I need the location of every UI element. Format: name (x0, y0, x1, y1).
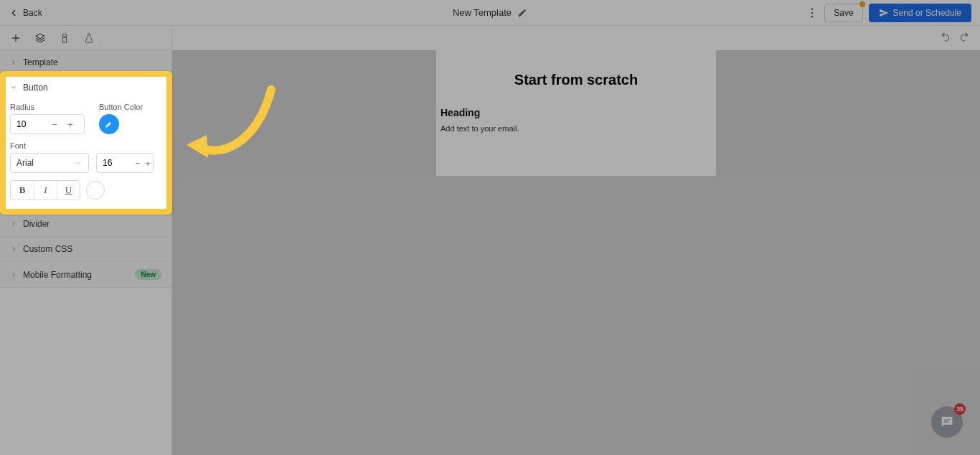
canvas-heading: Heading (440, 107, 712, 118)
button-color-label: Button Color (99, 103, 143, 111)
topbar-actions: Save Send or Schedule (806, 4, 971, 22)
text-format-row: B I U (10, 180, 161, 200)
radius-input[interactable] (11, 119, 47, 129)
main-area: Template Button Radius − (0, 26, 980, 455)
font-field: Font Arial − + (10, 141, 161, 173)
panel-custom-css[interactable]: Custom CSS (0, 237, 171, 262)
font-size-increment[interactable]: + (143, 154, 153, 172)
canvas-body-text: Add text to your email. (440, 124, 712, 133)
canvas-title: Start from scratch (436, 72, 716, 88)
chevron-right-icon (10, 271, 17, 278)
save-label: Save (834, 8, 853, 18)
chat-icon (939, 414, 955, 430)
svg-point-2 (811, 16, 813, 17)
panel-custom-css-label: Custom CSS (23, 244, 72, 254)
radius-label: Radius (10, 103, 85, 111)
radius-decrement[interactable]: − (47, 115, 62, 133)
svg-point-0 (811, 8, 813, 9)
panel-template[interactable]: Template (0, 50, 171, 75)
highlight-wrap: Button Radius − + Button (0, 75, 171, 212)
flask-icon[interactable] (83, 32, 95, 44)
svg-point-1 (811, 11, 813, 13)
edit-icon (517, 8, 527, 18)
tool-row (0, 26, 171, 50)
unsaved-indicator-icon (859, 1, 865, 7)
send-or-schedule-button[interactable]: Send or Schedule (869, 4, 971, 22)
layers-icon[interactable] (34, 32, 46, 44)
font-size-decrement[interactable]: − (133, 154, 143, 172)
design-icon[interactable] (59, 32, 70, 44)
save-button[interactable]: Save (824, 4, 862, 22)
font-size-input-wrap: − + (96, 153, 154, 173)
email-canvas[interactable]: Start from scratch Heading Add text to y… (436, 50, 716, 176)
chevron-down-icon (75, 159, 83, 166)
canvas-wrap: Start from scratch Heading Add text to y… (172, 26, 980, 455)
history-controls (940, 30, 970, 42)
panel-button-body: Radius − + Button Color (0, 100, 171, 207)
add-icon[interactable] (10, 32, 22, 44)
send-icon (879, 8, 889, 18)
bold-button[interactable]: B (11, 181, 34, 200)
panel-divider-label: Divider (23, 219, 50, 229)
panel-button-label: Button (23, 83, 48, 93)
chevron-right-icon (10, 59, 17, 66)
chevron-down-icon (10, 84, 17, 91)
text-color-swatch[interactable] (86, 181, 105, 200)
template-title-wrap[interactable]: New Template (453, 7, 527, 18)
panel-button-header[interactable]: Button (0, 75, 171, 100)
italic-button[interactable]: I (34, 181, 57, 200)
text-style-segment: B I U (10, 180, 80, 200)
back-button[interactable]: Back (9, 8, 42, 18)
radius-input-wrap: − + (10, 114, 85, 134)
chat-badge: 35 (954, 403, 966, 415)
back-label: Back (23, 8, 42, 18)
panel-mobile-formatting[interactable]: Mobile Formatting New (0, 262, 171, 288)
font-family-select[interactable]: Arial (10, 153, 89, 173)
sidebar: Template Button Radius − (0, 26, 172, 455)
radius-increment[interactable]: + (62, 115, 78, 133)
panel-button: Button Radius − + Button (0, 75, 171, 212)
panel-template-label: Template (23, 57, 58, 67)
chevron-right-icon (10, 245, 17, 253)
undo-icon[interactable] (940, 30, 951, 42)
redo-icon[interactable] (958, 30, 970, 42)
button-color-field: Button Color (99, 103, 143, 134)
arrow-left-icon (9, 8, 19, 18)
panel-mobile-formatting-label: Mobile Formatting (23, 270, 92, 280)
canvas-block[interactable]: Heading Add text to your email. (436, 107, 716, 133)
new-badge: New (135, 269, 161, 280)
more-menu-icon[interactable] (806, 6, 819, 19)
button-color-swatch[interactable] (99, 114, 119, 134)
underline-button[interactable]: U (57, 181, 80, 200)
font-label: Font (10, 141, 161, 150)
pencil-icon (105, 120, 113, 128)
panel-divider[interactable]: Divider (0, 212, 171, 237)
radius-field: Radius − + (10, 103, 85, 134)
template-title: New Template (453, 7, 512, 18)
canvas-background[interactable]: Start from scratch Heading Add text to y… (172, 50, 980, 455)
chat-button[interactable]: 35 (931, 406, 963, 438)
font-size-input[interactable] (97, 158, 133, 168)
send-label: Send or Schedule (893, 8, 961, 18)
chevron-right-icon (10, 220, 17, 228)
font-family-value: Arial (17, 158, 34, 168)
top-bar: Back New Template Save Send or Schedule (0, 0, 980, 26)
